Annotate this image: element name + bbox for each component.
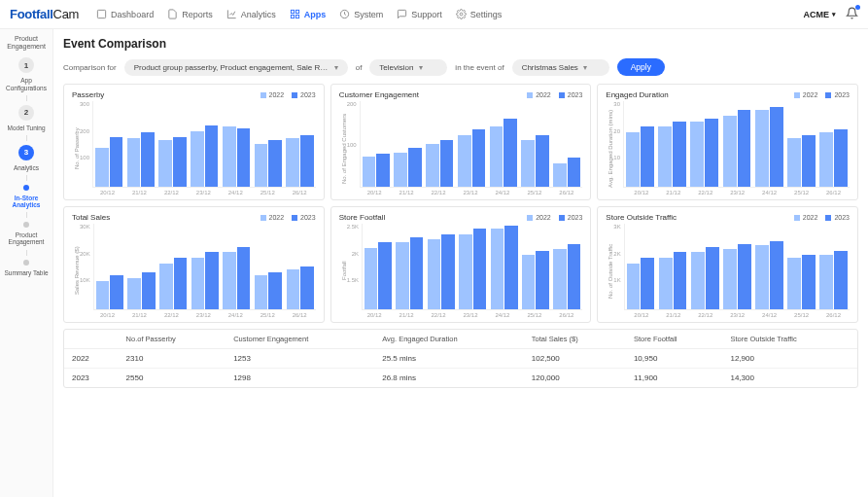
bar-group — [127, 101, 155, 187]
bar — [223, 252, 236, 309]
table-cell: 26.8 mins — [374, 369, 524, 388]
bar-group — [819, 101, 848, 187]
bar — [110, 137, 123, 187]
x-axis-ticks: 20/1221/1222/1223/1224/1225/1226/12 — [347, 190, 583, 195]
chart-body: Sales Revenue ($)30K20K10K 20/1221/1222/… — [72, 224, 316, 318]
chart-body: Footfall2.5K2K1.5K 20/1221/1222/1223/122… — [339, 224, 583, 318]
sub-bullet[interactable] — [23, 260, 29, 266]
svg-rect-0 — [97, 10, 105, 18]
nav-settings[interactable]: Settings — [456, 9, 503, 19]
nav-label: Analytics — [241, 10, 276, 19]
bar — [268, 272, 282, 309]
nav-dashboard[interactable]: Dashboard — [96, 9, 154, 19]
bar — [237, 128, 251, 187]
bar — [441, 234, 454, 309]
table-header-cell: Avg. Engaged Duration — [374, 330, 524, 349]
notifications-button[interactable] — [846, 7, 858, 21]
filter-bar: Comparison for Product group passerby, P… — [63, 58, 858, 76]
bars-area — [624, 224, 850, 310]
legend-item: 2023 — [292, 214, 316, 221]
step-2-badge[interactable]: 2 — [18, 105, 34, 121]
bar — [690, 122, 704, 187]
table-cell: 2022 — [64, 349, 119, 369]
bar — [173, 137, 187, 187]
nav-system[interactable]: System — [339, 9, 383, 19]
table-cell: 2310 — [119, 349, 226, 369]
chevron-down-icon: ▾ — [583, 63, 587, 72]
nav-support[interactable]: Support — [397, 9, 442, 19]
bar — [553, 163, 567, 187]
bar — [802, 135, 816, 187]
nav-reports[interactable]: Reports — [167, 9, 213, 19]
bar — [659, 258, 673, 309]
connector — [26, 212, 27, 218]
sub-product-engagement[interactable]: Product Engagement — [0, 231, 52, 245]
brand-a: Footfall — [10, 7, 53, 21]
bar-group — [365, 224, 392, 309]
nav-apps[interactable]: Apps — [290, 9, 327, 19]
bar — [396, 242, 408, 309]
table-cell: 2023 — [64, 369, 119, 388]
chart-card: Store Footfall20222023Footfall2.5K2K1.5K… — [330, 206, 592, 323]
legend-swatch — [292, 215, 297, 221]
page-title: Event Comparison — [63, 37, 858, 51]
chart-header: Store Footfall20222023 — [339, 213, 583, 222]
legend-item: 2022 — [527, 91, 551, 98]
brand-b: Cam — [53, 7, 80, 21]
sidebar-header: Product Engagement — [0, 35, 52, 50]
nav-label: Dashboard — [111, 10, 154, 19]
bar-group — [690, 101, 718, 187]
brand-logo: FootfallCam — [10, 7, 79, 21]
chart-legend: 20222023 — [794, 214, 850, 221]
legend-item: 2023 — [559, 214, 583, 221]
table-cell: 11,900 — [626, 369, 723, 388]
step-2-label: Model Tuning — [5, 124, 47, 131]
bar-group — [255, 101, 282, 187]
bar — [491, 229, 503, 309]
bar-group — [96, 224, 123, 309]
step-1-badge[interactable]: 1 — [18, 57, 34, 73]
sub-bullet-active[interactable] — [23, 185, 29, 191]
category-select[interactable]: Television ▾ — [369, 59, 447, 76]
bar — [255, 144, 268, 187]
bar-group — [459, 224, 486, 309]
bar — [191, 131, 204, 187]
step-1-label: App Configurations — [0, 77, 52, 90]
legend-swatch — [559, 215, 565, 221]
apply-button[interactable]: Apply — [617, 58, 665, 76]
bar — [819, 255, 833, 309]
chart-header: Total Sales20222023 — [72, 213, 316, 222]
plot-area: 2.5K2K1.5K 20/1221/1222/1223/1224/1225/1… — [347, 224, 583, 318]
bar — [459, 234, 471, 309]
nav-analytics[interactable]: Analytics — [226, 9, 276, 19]
connector — [26, 250, 27, 256]
bar — [553, 249, 566, 309]
svg-rect-2 — [295, 10, 298, 13]
bar — [96, 281, 110, 309]
bar-group — [755, 101, 783, 187]
bar — [834, 251, 848, 309]
chart-legend: 20222023 — [527, 214, 582, 221]
account-menu[interactable]: ACME ▾ — [804, 10, 837, 19]
table-header-cell: Total Sales ($) — [524, 330, 626, 349]
step-3-badge[interactable]: 3 — [18, 145, 34, 160]
sub-summary-table[interactable]: Summary Table — [2, 269, 50, 276]
chart-body: No. of Outside Traffic3K2K1K 20/1221/122… — [606, 224, 850, 318]
table-row: 20232550129826.8 mins120,00011,90014,300 — [64, 369, 857, 388]
y-axis-label: No. of Engaged Customers — [339, 101, 347, 195]
bar — [738, 110, 751, 187]
top-nav: FootfallCam Dashboard Reports Analytics … — [0, 0, 868, 29]
y-axis-ticks: 200100 — [347, 101, 360, 188]
sub-bullet[interactable] — [23, 222, 29, 228]
table-cell: 2550 — [119, 369, 226, 388]
legend-swatch — [825, 92, 831, 98]
event-select[interactable]: Christmas Sales ▾ — [512, 59, 609, 76]
sub-in-store[interactable]: In-Store Analytics — [0, 195, 52, 208]
bar — [363, 157, 376, 187]
chart-card: Passerby20222023No. of Passerby300200100… — [63, 84, 325, 200]
bar-group — [191, 224, 219, 309]
x-axis-ticks: 20/1221/1222/1223/1224/1225/1226/12 — [613, 312, 850, 318]
metrics-select[interactable]: Product group passerby, Product engageme… — [124, 59, 348, 76]
bar — [365, 248, 377, 309]
bar-group — [223, 101, 250, 187]
